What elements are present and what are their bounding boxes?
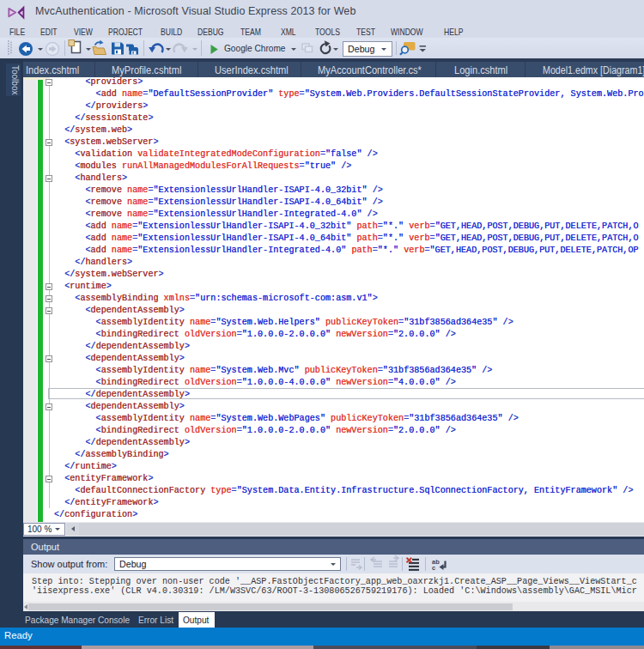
svg-text:c: c: [432, 564, 435, 572]
